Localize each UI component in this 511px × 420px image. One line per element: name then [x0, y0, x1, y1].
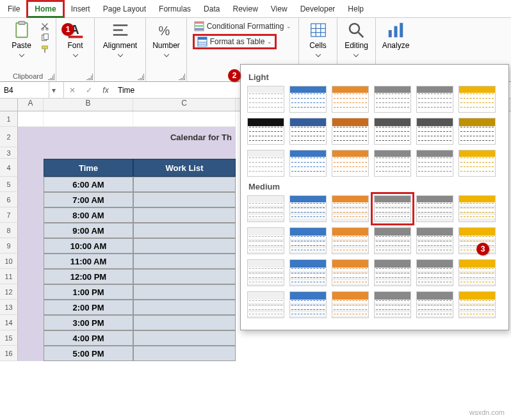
table-style-thumb[interactable]: [289, 259, 327, 286]
time-cell[interactable]: 8:00 AM: [44, 207, 133, 223]
table-style-thumb[interactable]: [289, 291, 327, 318]
name-box-dropdown[interactable]: ▾: [49, 82, 58, 98]
tab-page-layout[interactable]: Page Layout: [97, 2, 152, 16]
row-header[interactable]: 4: [0, 159, 18, 177]
worklist-cell[interactable]: [133, 254, 236, 269]
worklist-cell[interactable]: [133, 238, 236, 254]
time-cell[interactable]: 11:00 AM: [44, 254, 133, 269]
editing-button[interactable]: Editing: [345, 20, 368, 56]
table-style-thumb[interactable]: [247, 86, 284, 113]
time-cell[interactable]: 1:00 PM: [44, 284, 133, 300]
worklist-cell[interactable]: [133, 269, 236, 284]
paste-button[interactable]: Paste: [6, 20, 37, 56]
worklist-cell[interactable]: [133, 192, 236, 207]
table-style-thumb[interactable]: [289, 118, 327, 145]
tab-review[interactable]: Review: [226, 2, 264, 16]
dialog-launcher-icon[interactable]: [86, 74, 93, 80]
row-header[interactable]: 16: [0, 346, 18, 361]
table-style-thumb[interactable]: [374, 291, 411, 318]
tab-insert[interactable]: Insert: [65, 2, 97, 16]
name-box[interactable]: ▾: [0, 82, 64, 98]
table-style-thumb[interactable]: [374, 195, 411, 222]
table-style-thumb[interactable]: [458, 195, 496, 222]
row-header[interactable]: 14: [0, 315, 18, 330]
table-style-thumb[interactable]: [374, 150, 411, 177]
cell[interactable]: [18, 127, 44, 147]
col-header-a[interactable]: A: [18, 99, 44, 111]
worklist-cell[interactable]: [133, 284, 236, 300]
table-style-thumb[interactable]: [332, 291, 369, 318]
row-header[interactable]: 5: [0, 177, 18, 192]
time-cell[interactable]: 9:00 AM: [44, 223, 133, 238]
table-style-thumb[interactable]: [416, 150, 453, 177]
cell[interactable]: [18, 111, 44, 127]
time-cell[interactable]: 10:00 AM: [44, 238, 133, 254]
table-style-thumb[interactable]: [374, 118, 411, 145]
tab-view[interactable]: View: [264, 2, 294, 16]
table-style-thumb[interactable]: [332, 259, 369, 286]
table-style-thumb[interactable]: [289, 150, 327, 177]
row-header[interactable]: 11: [0, 269, 18, 284]
cell[interactable]: [18, 159, 44, 177]
table-style-thumb[interactable]: [374, 227, 411, 254]
table-style-thumb[interactable]: [374, 259, 411, 286]
format-painter-icon[interactable]: [40, 45, 50, 54]
table-style-thumb[interactable]: [332, 86, 369, 113]
row-header[interactable]: 3: [0, 147, 18, 159]
cell[interactable]: [44, 111, 133, 127]
table-style-thumb[interactable]: [458, 86, 496, 113]
row-header[interactable]: 10: [0, 254, 18, 269]
analyze-button[interactable]: Analyze: [382, 20, 410, 50]
table-style-thumb[interactable]: [458, 150, 496, 177]
col-header-b[interactable]: B: [44, 99, 133, 111]
table-style-thumb[interactable]: [247, 118, 284, 145]
row-header[interactable]: 8: [0, 223, 18, 238]
table-style-thumb[interactable]: [247, 195, 284, 222]
table-style-thumb[interactable]: [416, 259, 453, 286]
worklist-cell[interactable]: [133, 300, 236, 315]
copy-icon[interactable]: [40, 33, 50, 42]
fx-button[interactable]: fx: [97, 86, 114, 95]
table-style-thumb[interactable]: [332, 118, 369, 145]
worklist-cell[interactable]: [133, 315, 236, 330]
worksheet-title[interactable]: Calendar for Th: [44, 127, 236, 147]
time-cell[interactable]: 7:00 AM: [44, 192, 133, 207]
table-style-thumb[interactable]: [416, 118, 453, 145]
time-cell[interactable]: 4:00 PM: [44, 330, 133, 346]
table-style-thumb[interactable]: [458, 291, 496, 318]
table-style-thumb[interactable]: [247, 150, 284, 177]
worklist-cell[interactable]: [133, 330, 236, 346]
table-style-thumb[interactable]: [458, 259, 496, 286]
tab-developer[interactable]: Developer: [294, 2, 342, 16]
table-style-thumb[interactable]: [416, 195, 453, 222]
table-style-thumb[interactable]: [247, 259, 284, 286]
table-style-thumb[interactable]: [289, 227, 327, 254]
time-cell[interactable]: 12:00 PM: [44, 269, 133, 284]
worklist-cell[interactable]: [133, 177, 236, 192]
table-style-thumb[interactable]: [332, 227, 369, 254]
table-header-time[interactable]: Time: [44, 159, 133, 177]
dialog-launcher-icon[interactable]: [138, 74, 144, 80]
table-header-worklist[interactable]: Work List: [133, 159, 236, 177]
table-style-thumb[interactable]: [289, 195, 327, 222]
row-header[interactable]: 9: [0, 238, 18, 254]
alignment-button[interactable]: Alignment: [103, 20, 137, 56]
select-all-corner[interactable]: [0, 99, 18, 111]
tab-formulas[interactable]: Formulas: [152, 2, 197, 16]
cancel-button[interactable]: ✕: [64, 86, 81, 95]
time-cell[interactable]: 6:00 AM: [44, 177, 133, 192]
row-header[interactable]: 1: [0, 111, 18, 127]
table-style-thumb[interactable]: [247, 227, 284, 254]
conditional-formatting-button[interactable]: Conditional Formatting ⌄: [193, 20, 293, 32]
row-header[interactable]: 2: [0, 127, 18, 147]
enter-button[interactable]: ✓: [81, 86, 97, 95]
table-style-thumb[interactable]: [416, 291, 453, 318]
table-style-thumb[interactable]: [416, 86, 453, 113]
tab-data[interactable]: Data: [197, 2, 226, 16]
table-style-thumb[interactable]: [416, 227, 453, 254]
name-box-input[interactable]: [0, 86, 49, 95]
tab-file[interactable]: File: [1, 2, 26, 16]
dialog-launcher-icon[interactable]: [48, 74, 54, 80]
worklist-cell[interactable]: [133, 207, 236, 223]
cell[interactable]: [133, 111, 236, 127]
